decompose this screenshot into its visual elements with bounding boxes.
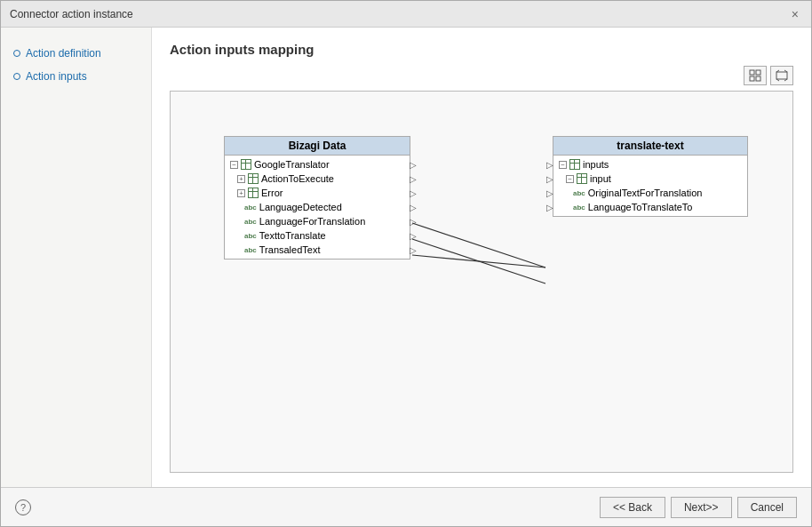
arrow-port-right: ▷ [410,174,417,184]
toolbar [170,66,793,85]
row-label: Error [261,188,283,198]
svg-rect-1 [756,70,760,75]
svg-line-10 [412,239,545,283]
bizagi-data-header: Bizagi Data [225,137,410,156]
cancel-button[interactable]: Cancel [737,497,797,518]
row-label: LanguageDetected [259,202,342,212]
svg-rect-0 [750,70,754,75]
arrow-port-right: ▷ [410,217,417,227]
arrow-port-left: ▷ [546,174,553,184]
abc-icon: abc [244,232,257,240]
row-input: ▷ − input [553,172,747,186]
row-label: LanguageToTranslateTo [588,202,693,212]
translate-text-header: translate-text [553,137,747,156]
mapping-inner: Bizagi Data − GoogleTranslator ▷ [171,92,792,472]
svg-line-9 [412,223,545,267]
row-google-translator: − GoogleTranslator ▷ [225,157,410,172]
dialog: Connector action instance × Action defin… [0,0,812,527]
svg-rect-4 [776,72,787,79]
abc-icon: abc [244,204,257,212]
translate-text-rows: ▷ − inputs ▷ − input [553,156,747,216]
bizagi-data-rows: − GoogleTranslator ▷ + ActionToExecute ▷ [225,156,410,259]
row-label: input [590,173,611,184]
expand-icon: + [237,175,245,183]
row-label: inputs [583,159,609,170]
abc-icon: abc [573,189,585,197]
bizagi-data-box: Bizagi Data − GoogleTranslator ▷ [224,136,410,260]
arrow-port-right: ▷ [410,160,417,170]
fit-icon [776,69,788,82]
expand-icon: − [230,161,238,169]
back-button[interactable]: << Back [600,497,665,518]
dialog-footer: ? << Back Next>> Cancel [1,487,811,526]
arrow-port-right: ▷ [410,231,417,241]
row-text-to-translate: abc TexttoTranslate ▷ [225,228,410,243]
row-action-to-execute: + ActionToExecute ▷ [225,172,410,186]
expand-icon: − [566,175,574,183]
footer-left: ? [15,499,594,515]
close-button[interactable]: × [788,8,802,20]
content-area: Action inputs mapping [152,28,811,487]
translate-text-box: translate-text ▷ − inputs ▷ [553,136,748,217]
arrow-port-right: ▷ [410,203,417,212]
row-inputs: ▷ − inputs [553,157,747,172]
title-bar: Connector action instance × [1,1,811,28]
bullet-icon [13,50,20,57]
row-language-detected: abc LanguageDetected ▷ [225,200,410,214]
arrow-port-left: ▷ [546,160,553,170]
next-button[interactable]: Next>> [671,497,732,518]
row-language-for-translation: abc LanguageForTranslation ▷ [225,214,410,228]
arrow-port-right: ▷ [410,245,417,255]
bullet-icon [13,73,20,80]
grid-icon [569,159,580,170]
layout-button[interactable] [744,66,767,85]
layout-icon [749,69,761,82]
row-label: LanguageForTranslation [259,216,365,227]
row-label: ActionToExecute [261,173,334,184]
row-label: TexttoTranslate [259,230,326,241]
arrow-port-left: ▷ [546,203,553,212]
sidebar-item-action-definition[interactable]: Action definition [10,45,142,61]
dialog-body: Action definition Action inputs Action i… [1,28,811,487]
svg-rect-2 [750,76,754,81]
row-transaled-text: abc TransaledText ▷ [225,243,410,257]
page-title: Action inputs mapping [170,42,793,57]
sidebar-item-label: Action definition [26,47,101,60]
sidebar-item-action-inputs[interactable]: Action inputs [10,68,142,84]
row-error: + Error ▷ [225,186,410,200]
abc-icon: abc [573,204,585,212]
expand-icon: + [237,189,245,197]
row-label: GoogleTranslator [254,159,330,170]
grid-icon [577,173,587,184]
fit-button[interactable] [770,66,793,85]
arrow-port-right: ▷ [410,188,417,198]
abc-icon: abc [244,246,257,254]
svg-line-11 [412,255,545,267]
grid-icon [248,188,259,198]
row-original-text: ▷ abc OriginalTextForTranslation [553,186,747,200]
row-language-to-translate: ▷ abc LanguageToTranslateTo [553,200,747,214]
grid-icon [241,159,251,170]
expand-icon: − [559,161,567,169]
row-label: OriginalTextForTranslation [588,188,703,198]
help-button[interactable]: ? [15,499,31,515]
sidebar-item-label: Action inputs [26,70,87,83]
svg-rect-3 [756,76,760,81]
row-label: TransaledText [259,244,321,255]
grid-icon [248,173,259,184]
abc-icon: abc [244,218,257,226]
sidebar: Action definition Action inputs [1,28,152,487]
mapping-canvas: Bizagi Data − GoogleTranslator ▷ [170,91,793,473]
dialog-title: Connector action instance [10,8,133,20]
arrow-port-left: ▷ [546,188,553,198]
